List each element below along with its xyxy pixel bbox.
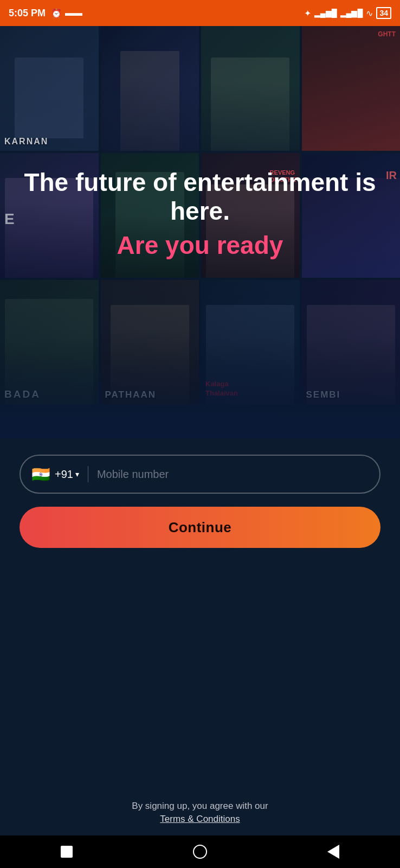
battery-icon: 34 bbox=[376, 7, 391, 19]
hero-main-text: The future of entertainment is here. bbox=[22, 168, 378, 226]
nav-recent-button[interactable] bbox=[56, 841, 78, 863]
back-icon bbox=[327, 845, 339, 859]
recent-icon bbox=[61, 846, 73, 858]
status-bar-left: 5:05 PM ⏰ ▬▬ bbox=[9, 8, 82, 19]
hero-sub-text: Are you ready bbox=[22, 231, 378, 260]
signal-icon-2: ▂▄▆█ bbox=[340, 9, 363, 17]
bottom-section: 🇮🇳 +91 ▾ Continue By signing up, you agr… bbox=[0, 438, 400, 835]
country-flag: 🇮🇳 bbox=[31, 465, 50, 483]
phone-input-container[interactable]: 🇮🇳 +91 ▾ bbox=[20, 455, 380, 494]
terms-prefix-text: By signing up, you agree with our bbox=[132, 801, 268, 812]
alarm-icon: ⏰ bbox=[51, 8, 62, 18]
home-icon bbox=[193, 845, 207, 859]
terms-link[interactable]: Terms & Conditions bbox=[160, 814, 240, 824]
status-time: 5:05 PM bbox=[9, 8, 46, 19]
status-bar: 5:05 PM ⏰ ▬▬ ✦ ▂▄▆█ ▂▄▆█ ∿ 34 bbox=[0, 0, 400, 26]
phone-divider bbox=[88, 466, 88, 482]
country-code: +91 bbox=[55, 468, 73, 481]
bluetooth-icon: ✦ bbox=[304, 8, 311, 18]
wifi-icon: ∿ bbox=[366, 8, 373, 18]
mobile-number-input[interactable] bbox=[97, 468, 369, 481]
hero-text: The future of entertainment is here. Are… bbox=[0, 168, 400, 260]
message-icon: ▬▬ bbox=[65, 8, 82, 18]
nav-bar bbox=[0, 835, 400, 868]
terms-section: By signing up, you agree with our Terms … bbox=[132, 801, 268, 835]
continue-button[interactable]: Continue bbox=[20, 507, 380, 548]
status-bar-right: ✦ ▂▄▆█ ▂▄▆█ ∿ 34 bbox=[304, 7, 391, 19]
nav-home-button[interactable] bbox=[189, 841, 211, 863]
signal-icon-1: ▂▄▆█ bbox=[314, 9, 337, 17]
nav-back-button[interactable] bbox=[322, 841, 344, 863]
dropdown-arrow-icon[interactable]: ▾ bbox=[75, 470, 79, 478]
status-icons: ⏰ ▬▬ bbox=[51, 8, 82, 18]
